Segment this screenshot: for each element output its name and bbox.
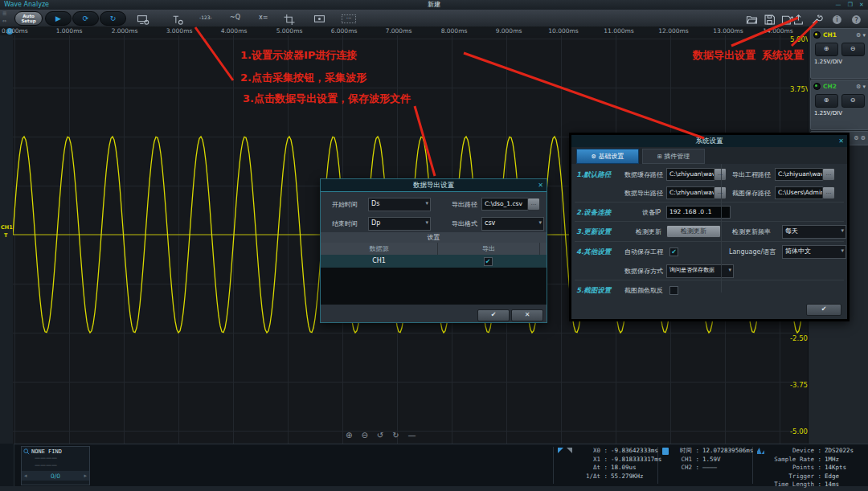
browse-button[interactable]: … — [714, 186, 727, 199]
finder-page-count: 0/0 — [51, 473, 60, 480]
ch1-scale: 1.25V/DIV — [814, 59, 868, 65]
ch2-zoom-out-button[interactable]: ⊖ — [841, 94, 865, 108]
code-icon[interactable]: ··· — [342, 14, 356, 23]
replay-button[interactable]: ↻ — [100, 11, 126, 26]
ch1-level-marker[interactable]: CH1 — [1, 224, 13, 231]
check-update-button[interactable]: 检测更新 — [666, 225, 721, 238]
ch1-zoom-out-button[interactable]: ⊖ — [841, 43, 865, 56]
browse-button[interactable]: … — [527, 198, 540, 211]
chevron-down-icon: ▾ — [841, 246, 844, 256]
fit-icon[interactable]: ⇔ — [2, 18, 6, 23]
chevron-down-icon: ▾ — [862, 84, 866, 90]
language-select[interactable]: 简体中文▾ — [782, 245, 846, 259]
zoom-out-icon: ⊖ — [850, 45, 856, 52]
hzoom-out-button[interactable]: ⊖ — [361, 431, 367, 442]
system-ok-button[interactable]: ✔ — [806, 304, 841, 316]
system-dialog-title-bar[interactable]: 系统设置 ✕ — [571, 135, 847, 148]
export-ok-button[interactable]: ✔ — [477, 309, 510, 321]
annotation-export-label: 数据导出设置 — [693, 48, 755, 63]
ch1-zoom-in-button[interactable]: ⊕ — [815, 43, 838, 56]
time-tick: 11.000ms — [604, 27, 633, 35]
prev-icon[interactable]: ◂ — [24, 473, 27, 479]
browse-button[interactable]: … — [822, 168, 835, 181]
cross-icon: ✕ — [525, 311, 530, 318]
time-ruler: 0.000ms 1.000ms 2.000ms 3.000ms 4.000ms … — [0, 27, 808, 35]
settings-section-header: 设置 — [321, 232, 547, 243]
redo-view-button[interactable]: ↻ — [392, 431, 399, 442]
display-eye-icon[interactable] — [313, 13, 326, 23]
section-default-paths: 1.默认路径 — [576, 170, 611, 180]
left-gutter — [0, 35, 14, 444]
acquire-play-button[interactable]: ▶ — [45, 11, 72, 26]
fit-view-button[interactable]: — — [408, 431, 416, 442]
end-time-select[interactable]: Dp▾ — [368, 217, 431, 231]
system-settings-wrench-icon[interactable] — [811, 13, 824, 23]
help-icon[interactable]: ? — [850, 13, 863, 23]
title-bar: Wave Analyze 新建 — ❐ ✕ — [0, 0, 868, 10]
export-dialog-title: 数据导出设置 — [413, 181, 454, 189]
cursor-xy-icon[interactable]: x= — [259, 14, 272, 24]
layout-icon[interactable]: ☰ — [2, 10, 6, 16]
browse-button[interactable]: … — [714, 168, 727, 181]
svg-text:?: ? — [854, 16, 858, 24]
export-format-label: 导出格式 — [452, 219, 477, 228]
loop-acquire-button[interactable]: ⟳ — [72, 11, 99, 26]
text-settings-icon[interactable] — [171, 13, 184, 23]
export-cancel-button[interactable]: ✕ — [511, 309, 543, 321]
display-settings-icon[interactable] — [137, 13, 149, 23]
counter-icon[interactable]: -123- — [199, 14, 212, 25]
device-wave-icon — [757, 448, 764, 454]
export-data-icon[interactable] — [792, 13, 805, 23]
gear-icon: ⚙ — [856, 32, 861, 39]
export-path-input[interactable]: C:\dso_1.csv — [481, 198, 530, 211]
save-icon[interactable] — [764, 13, 776, 23]
ch1-header[interactable]: CH1 ⚙ ▾ — [811, 29, 868, 41]
export-checkbox[interactable]: ✔ — [484, 257, 493, 266]
info-icon[interactable]: i — [831, 13, 844, 23]
time-measurements: 时间 :12.072839506ms CH1 :1.59V CH2 :———— — [662, 447, 753, 473]
table-row[interactable]: CH1 ✔ — [321, 255, 547, 268]
open-project-icon[interactable] — [746, 13, 759, 23]
data-export-path-label: 数据导出路径 — [624, 189, 663, 198]
finder-line: ———— — [35, 462, 89, 469]
time-value: 12.072839506ms — [702, 447, 753, 456]
next-icon[interactable]: ▸ — [84, 473, 87, 479]
finder-line: ———— — [35, 455, 89, 462]
hzoom-in-button[interactable]: ⊕ — [346, 431, 352, 442]
close-icon[interactable]: ✕ — [838, 135, 844, 147]
project-path-input[interactable]: C:\zhiyuan\wave — [775, 168, 826, 181]
wave-search-icon[interactable]: ~Q — [230, 14, 243, 24]
tab-plugin-management[interactable]: ⊞ 插件管理 — [642, 149, 705, 164]
start-time-select[interactable]: Ds▾ — [368, 198, 431, 211]
search-result-panel: NONE FIND ———— ———— ◂ 0/0 ▸ — [21, 446, 90, 485]
auto-setup-button[interactable]: Auto Setup — [14, 11, 43, 26]
export-dialog-title-bar[interactable]: 数据导出设置 ✕ — [321, 179, 547, 192]
save-mode-label: 数据保存方式 — [624, 267, 663, 276]
zoom-out-icon: ⊖ — [361, 431, 367, 440]
undo-view-button[interactable]: ↺ — [377, 431, 383, 442]
save-mode-select[interactable]: 询问是否保存数据▾ — [666, 264, 734, 278]
tab-basic-settings[interactable]: ⚙ 基础设置 — [576, 149, 639, 164]
ch2-header[interactable]: CH2 ⚙ ▾ — [811, 80, 868, 92]
maximize-button[interactable]: ❐ — [845, 0, 856, 10]
close-button[interactable]: ✕ — [856, 0, 867, 10]
check-icon: ✔ — [491, 311, 497, 318]
export-format-select[interactable]: csv▾ — [481, 217, 544, 231]
crop-icon[interactable] — [283, 13, 296, 23]
update-freq-select[interactable]: 每天▾ — [782, 225, 846, 239]
autosave-checkbox[interactable]: ✔ — [669, 248, 678, 256]
minimize-button[interactable]: — — [833, 0, 844, 10]
ch1-value: 1.59V — [702, 456, 721, 464]
annotation-system-label: 系统设置 — [762, 48, 804, 63]
browse-button[interactable]: … — [822, 186, 835, 199]
chevron-down-icon: ▾ — [425, 218, 428, 228]
invert-color-checkbox[interactable] — [669, 286, 678, 295]
ch2-zoom-in-button[interactable]: ⊕ — [815, 94, 838, 108]
trigger-level-marker[interactable]: T — [4, 232, 7, 239]
close-icon[interactable]: ✕ — [538, 179, 543, 191]
ch2-scale: 1.25V/DIV — [814, 110, 868, 117]
screenshot-path-input[interactable]: C:\Users\Admini — [775, 186, 826, 199]
cache-path-input[interactable]: C:\zhiyuan\wave — [666, 168, 718, 181]
svg-text:i: i — [836, 15, 837, 23]
data-export-path-input[interactable]: C:\zhiyuan\wave — [666, 186, 718, 199]
